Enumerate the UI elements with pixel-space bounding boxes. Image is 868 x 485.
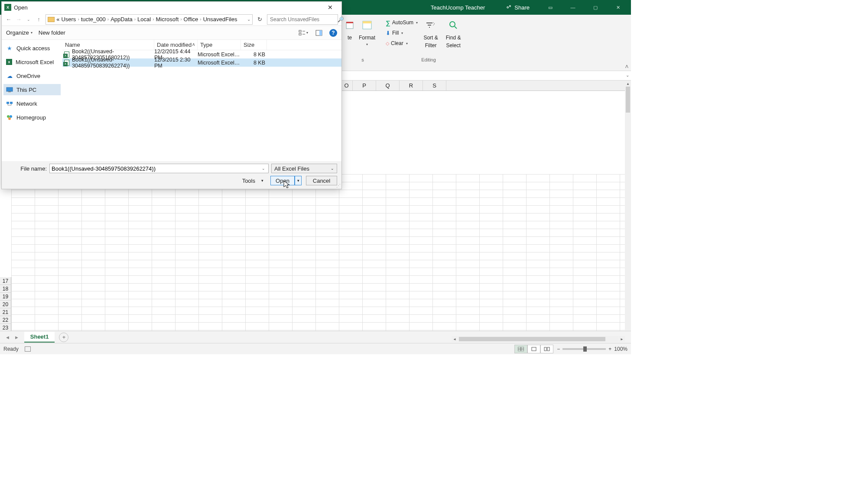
- sidebar-microsoft-excel[interactable]: X Microsoft Excel: [3, 56, 61, 68]
- svg-rect-15: [8, 91, 11, 92]
- fill-button[interactable]: ⬇ Fill ▾: [386, 29, 418, 37]
- clear-button[interactable]: ◇ Clear ▾: [386, 39, 418, 48]
- expand-formula-bar-icon[interactable]: ⌄: [626, 73, 629, 78]
- forward-button[interactable]: →: [15, 15, 22, 24]
- minimize-icon[interactable]: —: [564, 1, 582, 13]
- open-button[interactable]: Open: [270, 176, 295, 185]
- breadcrumb-item[interactable]: Microsoft: [156, 16, 179, 23]
- back-button[interactable]: ←: [5, 15, 12, 24]
- search-input[interactable]: [270, 16, 335, 23]
- row-header[interactable]: 17: [0, 277, 11, 285]
- col-header-S[interactable]: S: [423, 81, 446, 91]
- col-header-Q[interactable]: Q: [376, 81, 400, 91]
- hscroll-thumb[interactable]: [459, 337, 605, 341]
- breadcrumb-item[interactable]: UnsavedFiles: [203, 16, 237, 23]
- row-header[interactable]: 22: [0, 316, 11, 324]
- breadcrumb-item[interactable]: Office: [184, 16, 198, 23]
- find-select-icon[interactable]: [445, 17, 461, 33]
- prev-sheet-icon[interactable]: ◄: [5, 335, 10, 340]
- sidebar-quick-access[interactable]: ★ Quick access: [3, 42, 61, 54]
- col-name[interactable]: Name: [62, 40, 154, 50]
- open-dropdown-button[interactable]: ▾: [295, 176, 302, 185]
- macro-record-icon[interactable]: [25, 346, 31, 352]
- close-window-icon[interactable]: ✕: [609, 1, 627, 13]
- svg-rect-13: [319, 30, 322, 36]
- close-dialog-button[interactable]: ✕: [322, 3, 339, 12]
- excel-icon: X: [6, 59, 12, 65]
- filename-history-icon[interactable]: ⌄: [260, 166, 267, 171]
- col-size[interactable]: Size: [241, 40, 267, 50]
- collapse-ribbon-icon[interactable]: ᐱ: [625, 64, 628, 69]
- file-type-filter[interactable]: All Excel Files⌄: [271, 164, 337, 173]
- next-sheet-icon[interactable]: ►: [14, 335, 19, 340]
- view-mode-button[interactable]: ▾: [298, 28, 309, 38]
- search-icon[interactable]: 🔍: [338, 16, 344, 23]
- filename-input[interactable]: [52, 165, 260, 172]
- resize-grip-icon[interactable]: ⋰: [336, 183, 341, 188]
- share-button[interactable]: Share: [502, 0, 533, 15]
- page-layout-view-icon[interactable]: [527, 345, 540, 353]
- help-button[interactable]: ?: [329, 29, 337, 37]
- filename-input-wrap[interactable]: ⌄: [49, 164, 269, 173]
- delete-icon[interactable]: [342, 17, 358, 33]
- row-header[interactable]: 19: [0, 293, 11, 301]
- zoom-out-icon[interactable]: −: [557, 346, 560, 352]
- spreadsheet-grid[interactable]: [11, 174, 625, 331]
- address-bar[interactable]: « Users› tucte_000› AppData› Local› Micr…: [46, 14, 253, 25]
- zoom-slider[interactable]: [562, 348, 606, 350]
- col-header-O[interactable]: O: [341, 81, 353, 91]
- col-type[interactable]: Type: [198, 40, 241, 50]
- breadcrumb-item[interactable]: tucte_000: [81, 16, 106, 23]
- sidebar-this-pc[interactable]: This PC: [3, 84, 61, 95]
- quick-access-icon: ★: [6, 45, 13, 52]
- row-header[interactable]: 21: [0, 308, 11, 316]
- normal-view-icon[interactable]: [514, 345, 527, 353]
- breadcrumb-item[interactable]: AppData: [111, 16, 133, 23]
- up-button[interactable]: ↑: [36, 15, 42, 24]
- svg-rect-14: [7, 87, 13, 91]
- scroll-right-icon[interactable]: ►: [619, 336, 625, 342]
- row-header[interactable]: 18: [0, 285, 11, 293]
- fill-icon: ⬇: [386, 30, 390, 36]
- recent-dropdown-icon[interactable]: ⌄: [26, 15, 32, 24]
- ribbon-options-icon[interactable]: ▭: [542, 1, 559, 13]
- row-header[interactable]: 20: [0, 301, 11, 308]
- autosum-button[interactable]: ∑ AutoSum ▾: [386, 18, 418, 27]
- sidebar-homegroup[interactable]: Homegroup: [3, 112, 61, 123]
- sort-filter-icon[interactable]: [423, 17, 439, 33]
- page-break-view-icon[interactable]: [540, 345, 553, 353]
- sidebar-onedrive[interactable]: ☁ OneDrive: [3, 70, 61, 81]
- file-name: Book1((Unsaved-304859750839262274)): [72, 57, 154, 69]
- svg-point-19: [10, 115, 12, 118]
- col-header-R[interactable]: R: [400, 81, 423, 91]
- horizontal-scrollbar[interactable]: ◄ ►: [452, 335, 625, 343]
- organize-button[interactable]: Organize▾: [6, 29, 33, 36]
- search-box[interactable]: 🔍: [267, 14, 338, 25]
- tools-menu[interactable]: Tools ▾: [242, 178, 263, 184]
- zoom-in-icon[interactable]: +: [608, 346, 611, 352]
- cells-group-trunc: s: [343, 57, 382, 62]
- col-header-P[interactable]: P: [353, 81, 376, 91]
- svg-rect-8: [544, 347, 546, 351]
- file-row-selected[interactable]: Book1((Unsaved-304859750839262274)) 12/3…: [62, 58, 341, 67]
- cancel-button[interactable]: Cancel: [306, 176, 337, 185]
- scroll-up-icon[interactable]: ▲: [625, 81, 631, 87]
- folder-icon: [48, 17, 55, 22]
- share-label: Share: [514, 4, 530, 11]
- new-folder-button[interactable]: New folder: [39, 29, 65, 36]
- sidebar-network[interactable]: Network: [3, 98, 61, 109]
- vertical-scrollbar[interactable]: ▲: [625, 81, 631, 331]
- address-dropdown-icon[interactable]: ⌄: [247, 17, 250, 22]
- breadcrumb-item[interactable]: Users: [61, 16, 76, 23]
- sheet-tab-active[interactable]: Sheet1: [24, 332, 55, 343]
- refresh-button[interactable]: ↻: [256, 15, 263, 24]
- add-sheet-button[interactable]: +: [59, 333, 68, 342]
- format-icon[interactable]: [359, 17, 375, 33]
- maximize-icon[interactable]: ▢: [587, 1, 604, 13]
- col-date-modified[interactable]: Date modifiedᐱ: [154, 40, 198, 50]
- scroll-thumb[interactable]: [626, 87, 630, 113]
- breadcrumb-item[interactable]: Local: [137, 16, 151, 23]
- preview-pane-button[interactable]: [314, 28, 324, 38]
- zoom-level[interactable]: 100%: [614, 346, 627, 352]
- scroll-left-icon[interactable]: ◄: [452, 336, 458, 342]
